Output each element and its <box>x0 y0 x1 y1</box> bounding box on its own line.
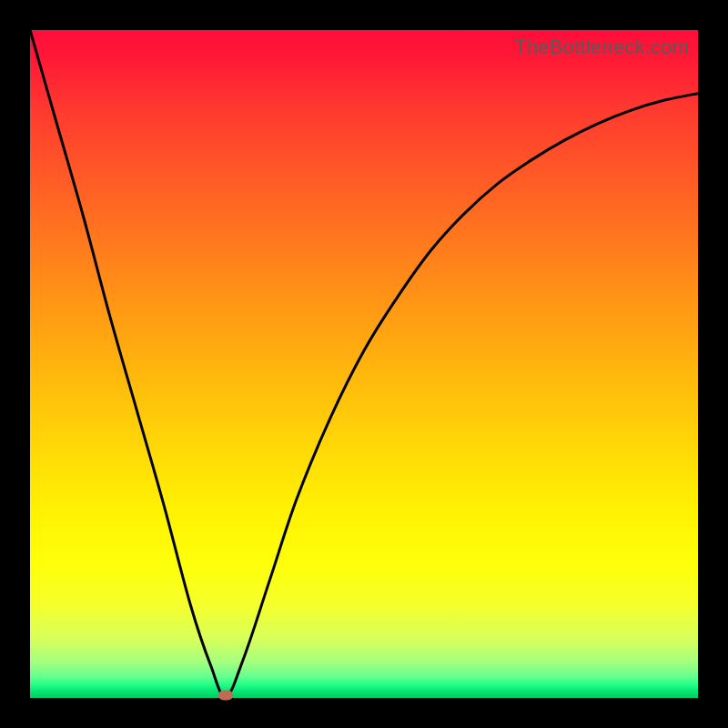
bottleneck-curve <box>30 30 698 698</box>
plot-area: TheBottleneck.com <box>30 30 698 698</box>
chart-frame: TheBottleneck.com <box>0 0 728 728</box>
minimum-marker <box>218 691 233 701</box>
curve-path <box>30 30 698 696</box>
